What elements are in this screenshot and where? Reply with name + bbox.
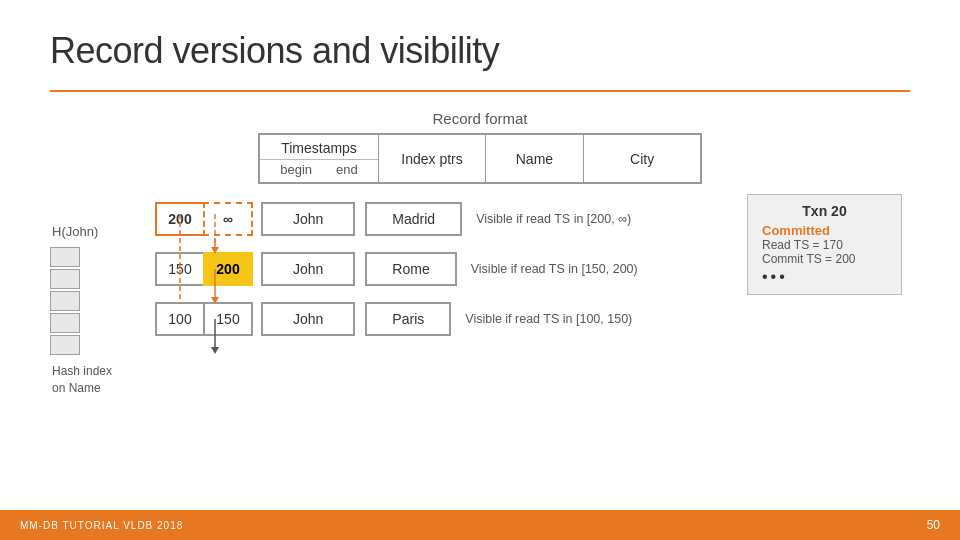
hash-block-4 [50, 313, 80, 333]
rec1-end: ∞ [203, 202, 253, 236]
rec2-city: Rome [365, 252, 456, 286]
records-area: Txn 20 Committed Read TS = 170 Commit TS… [155, 194, 910, 397]
txn-read-ts: Read TS = 170 [762, 238, 887, 252]
index-ptrs-cell: Index ptrs [379, 134, 485, 183]
record-row-3: 100 150 John Paris Visible if read TS in… [155, 302, 910, 336]
rec3-name: John [261, 302, 355, 336]
city-header-label: City [630, 151, 654, 167]
name-header-label: Name [516, 151, 553, 167]
hash-index-area: H(John) Hash indexon Name [50, 194, 155, 397]
record-format-area: Record format Timestamps begin end Index… [50, 110, 910, 184]
rec2-visible: Visible if read TS in [150, 200) [471, 262, 638, 276]
hash-index-label: Hash indexon Name [52, 363, 112, 397]
end-label: end [336, 162, 358, 177]
rec1-city: Madrid [365, 202, 462, 236]
begin-label: begin [280, 162, 312, 177]
slide: Record versions and visibility Record fo… [0, 0, 960, 540]
record-row-2: 150 200 John Rome Visible if read TS in … [155, 252, 910, 286]
rec3-city: Paris [365, 302, 451, 336]
timestamps-cell: Timestamps begin end [259, 134, 379, 183]
rec2-end: 200 [203, 252, 253, 286]
hjohn-label: H(John) [52, 224, 98, 239]
divider [50, 90, 910, 92]
hash-blocks [50, 247, 80, 355]
record-format-label: Record format [432, 110, 527, 127]
page-title: Record versions and visibility [50, 30, 910, 72]
svg-marker-7 [211, 347, 219, 354]
hash-block-1 [50, 247, 80, 267]
diagram-area: H(John) Hash indexon Name Txn 20 Committ… [50, 194, 910, 397]
footer-tutorial: MM-DB TUTORIAL VLDB 2018 [20, 520, 183, 531]
rec1-begin: 200 [155, 202, 205, 236]
rec2-begin: 150 [155, 252, 205, 286]
bottom-bar: MM-DB TUTORIAL VLDB 2018 50 [0, 510, 960, 540]
rec3-visible: Visible if read TS in [100, 150) [465, 312, 632, 326]
city-header-cell: City [584, 134, 702, 183]
timestamps-label: Timestamps [260, 140, 379, 156]
rec1-name: John [261, 202, 355, 236]
hash-index-label-text: Hash indexon Name [52, 364, 112, 395]
rec2-name: John [261, 252, 355, 286]
rec1-visible: Visible if read TS in [200, ∞) [476, 212, 631, 226]
footer-page: 50 [927, 518, 940, 532]
rec3-begin: 100 [155, 302, 205, 336]
hash-block-5 [50, 335, 80, 355]
rec3-end: 150 [203, 302, 253, 336]
index-ptrs-label: Index ptrs [401, 151, 462, 167]
name-header-cell: Name [485, 134, 583, 183]
record-row-1: 200 ∞ John Madrid Visible if read TS in … [155, 202, 910, 236]
hash-block-2 [50, 269, 80, 289]
hash-block-3 [50, 291, 80, 311]
